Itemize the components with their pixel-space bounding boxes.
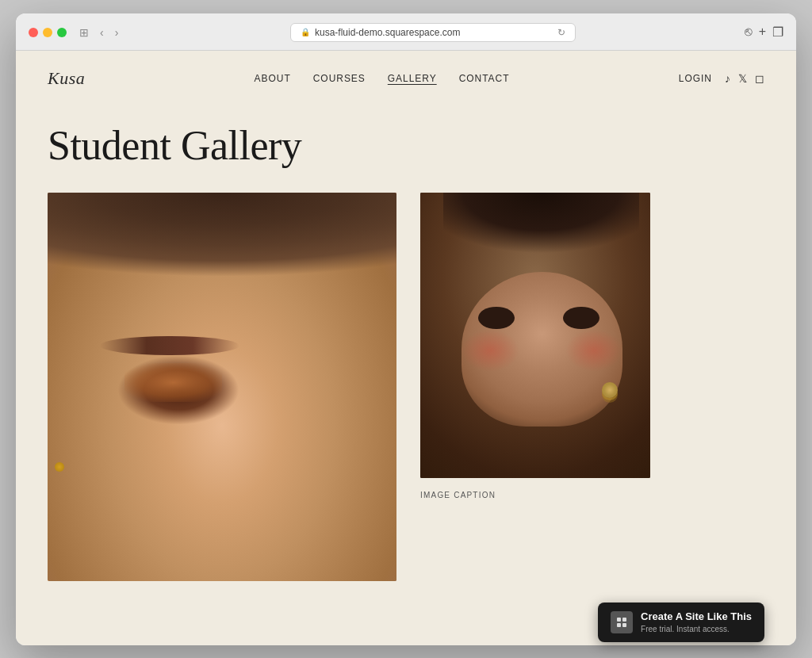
photo-right-eye-left [478,307,515,330]
nav-links: ABOUT COURSES GALLERY CONTACT [255,73,510,84]
refresh-icon[interactable]: ↻ [557,27,565,38]
face-left [48,193,396,581]
nav: Kusa ABOUT COURSES GALLERY CONTACT LOGIN… [16,51,796,106]
svg-rect-2 [617,623,621,627]
gallery-image-right [420,193,650,478]
svg-rect-0 [617,618,621,622]
twitter-icon[interactable]: 𝕏 [738,72,747,85]
address-bar[interactable]: 🔒 kusa-fluid-demo.squarespace.com ↻ [290,23,576,42]
new-tab-icon[interactable]: + [759,25,766,40]
squarespace-banner[interactable]: Create A Site Like This Free trial. Inst… [598,603,764,642]
instagram-icon[interactable]: ◻ [755,72,764,85]
svg-rect-1 [622,618,626,622]
browser-right-controls: ⎋ + ❐ [745,25,783,40]
maximize-button[interactable] [57,28,67,37]
url-text: kusa-fluid-demo.squarespace.com [315,27,460,38]
site-logo[interactable]: Kusa [48,68,85,89]
windows-icon[interactable]: ❐ [772,25,783,40]
face-left-shimmer [124,363,222,402]
gallery-image-left [48,193,396,581]
traffic-lights [29,28,67,37]
photo-right-eye-right [563,307,599,330]
squarespace-sub-text: Free trial. Instant access. [641,624,752,634]
face-left-brow [100,336,239,356]
squarespace-banner-text: Create A Site Like This Free trial. Inst… [641,610,752,634]
address-bar-wrap: 🔒 kusa-fluid-demo.squarespace.com ↻ [131,23,734,42]
squarespace-logo-icon [611,611,633,633]
nav-link-gallery[interactable]: GALLERY [388,73,437,84]
photo-left-container [48,193,396,581]
photo-right-blush-right [565,329,623,372]
browser-chrome: ⊞ ‹ › 🔒 kusa-fluid-demo.squarespace.com … [16,13,796,51]
page-title: Student Gallery [16,106,796,193]
browser-controls: ⊞ ‹ › [76,25,121,40]
nav-right: LOGIN ♪ 𝕏 ◻ [679,72,764,85]
back-button[interactable]: ‹ [97,25,107,40]
image-caption: IMAGE CAPTION [420,486,764,504]
forward-button[interactable]: › [112,25,122,40]
login-button[interactable]: LOGIN [679,73,712,84]
nav-link-contact[interactable]: CONTACT [459,73,510,84]
photo-right-container [420,193,650,478]
lock-icon: 🔒 [301,28,310,36]
squarespace-cta-text: Create A Site Like This [641,610,752,624]
photo-right-earring [602,382,618,398]
nav-link-courses[interactable]: COURSES [313,73,366,84]
photo-right-blush-left [462,329,519,372]
gallery-right: IMAGE CAPTION [420,193,764,504]
tiktok-icon[interactable]: ♪ [725,72,730,85]
page-content: Kusa ABOUT COURSES GALLERY CONTACT LOGIN… [16,51,796,645]
social-icons: ♪ 𝕏 ◻ [725,72,764,85]
window-icon[interactable]: ⊞ [76,25,92,40]
share-icon[interactable]: ⎋ [745,25,753,40]
browser-window: ⊞ ‹ › 🔒 kusa-fluid-demo.squarespace.com … [16,13,796,645]
nav-link-about[interactable]: ABOUT [255,73,291,84]
gallery-area: IMAGE CAPTION [16,193,796,613]
minimize-button[interactable] [43,28,52,37]
close-button[interactable] [29,28,38,37]
svg-rect-3 [622,623,626,627]
